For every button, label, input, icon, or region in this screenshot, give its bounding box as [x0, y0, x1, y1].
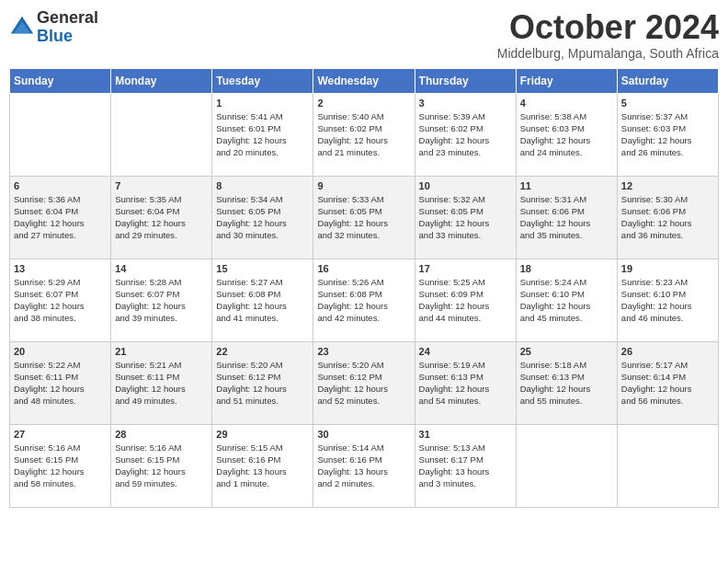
calendar-cell: 13Sunrise: 5:29 AM Sunset: 6:07 PM Dayli…	[10, 259, 111, 341]
day-info: Sunrise: 5:39 AM Sunset: 6:02 PM Dayligh…	[419, 110, 512, 159]
week-row-4: 20Sunrise: 5:22 AM Sunset: 6:11 PM Dayli…	[10, 341, 719, 424]
title-block: October 2024 Middelburg, Mpumalanga, Sou…	[497, 9, 719, 61]
day-number: 28	[115, 429, 208, 440]
day-number: 2	[317, 98, 410, 109]
calendar-cell: 10Sunrise: 5:32 AM Sunset: 6:05 PM Dayli…	[415, 176, 516, 259]
day-info: Sunrise: 5:33 AM Sunset: 6:05 PM Dayligh…	[317, 193, 410, 242]
calendar-cell: 30Sunrise: 5:14 AM Sunset: 6:16 PM Dayli…	[313, 424, 415, 507]
day-info: Sunrise: 5:21 AM Sunset: 6:11 PM Dayligh…	[115, 359, 208, 408]
day-number: 24	[419, 346, 512, 357]
day-info: Sunrise: 5:41 AM Sunset: 6:01 PM Dayligh…	[216, 110, 309, 159]
day-number: 17	[419, 263, 512, 274]
calendar-cell: 27Sunrise: 5:16 AM Sunset: 6:15 PM Dayli…	[10, 424, 111, 507]
week-row-2: 6Sunrise: 5:36 AM Sunset: 6:04 PM Daylig…	[10, 176, 719, 259]
day-header-saturday: Saturday	[617, 68, 718, 93]
calendar-cell	[516, 424, 617, 507]
day-info: Sunrise: 5:17 AM Sunset: 6:14 PM Dayligh…	[621, 359, 714, 408]
day-info: Sunrise: 5:36 AM Sunset: 6:04 PM Dayligh…	[14, 193, 107, 242]
day-info: Sunrise: 5:16 AM Sunset: 6:15 PM Dayligh…	[115, 442, 208, 490]
page-header: General Blue October 2024 Middelburg, Mp…	[9, 9, 719, 61]
day-info: Sunrise: 5:26 AM Sunset: 6:08 PM Dayligh…	[317, 276, 410, 325]
day-number: 4	[520, 98, 613, 109]
day-number: 26	[621, 346, 714, 357]
day-header-sunday: Sunday	[10, 68, 111, 93]
calendar-cell: 26Sunrise: 5:17 AM Sunset: 6:14 PM Dayli…	[617, 341, 718, 424]
calendar-cell: 4Sunrise: 5:38 AM Sunset: 6:03 PM Daylig…	[516, 93, 617, 176]
day-number: 18	[520, 263, 613, 274]
calendar-cell: 5Sunrise: 5:37 AM Sunset: 6:03 PM Daylig…	[617, 93, 718, 176]
day-info: Sunrise: 5:34 AM Sunset: 6:05 PM Dayligh…	[216, 193, 309, 242]
day-info: Sunrise: 5:19 AM Sunset: 6:13 PM Dayligh…	[419, 359, 512, 408]
day-info: Sunrise: 5:14 AM Sunset: 6:16 PM Dayligh…	[317, 442, 410, 490]
logo-general: General	[37, 8, 98, 27]
calendar-cell: 16Sunrise: 5:26 AM Sunset: 6:08 PM Dayli…	[313, 259, 415, 341]
month-title: October 2024	[497, 9, 719, 46]
calendar-cell: 6Sunrise: 5:36 AM Sunset: 6:04 PM Daylig…	[10, 176, 111, 259]
calendar-table: SundayMondayTuesdayWednesdayThursdayFrid…	[9, 68, 719, 508]
day-number: 23	[317, 346, 410, 357]
calendar-cell: 1Sunrise: 5:41 AM Sunset: 6:01 PM Daylig…	[212, 93, 313, 176]
calendar-cell: 24Sunrise: 5:19 AM Sunset: 6:13 PM Dayli…	[415, 341, 516, 424]
calendar-cell	[111, 93, 212, 176]
day-number: 20	[14, 346, 107, 357]
calendar-cell: 12Sunrise: 5:30 AM Sunset: 6:06 PM Dayli…	[617, 176, 718, 259]
day-number: 7	[115, 180, 208, 191]
logo-blue: Blue	[37, 27, 73, 45]
week-row-3: 13Sunrise: 5:29 AM Sunset: 6:07 PM Dayli…	[10, 259, 719, 341]
day-info: Sunrise: 5:40 AM Sunset: 6:02 PM Dayligh…	[317, 110, 410, 159]
day-number: 8	[216, 180, 309, 191]
day-number: 30	[317, 429, 410, 440]
day-number: 3	[419, 98, 512, 109]
day-number: 21	[115, 346, 208, 357]
calendar-cell	[10, 93, 111, 176]
day-header-wednesday: Wednesday	[313, 68, 415, 93]
day-number: 16	[317, 263, 410, 274]
calendar-cell: 8Sunrise: 5:34 AM Sunset: 6:05 PM Daylig…	[212, 176, 313, 259]
day-number: 10	[419, 180, 512, 191]
day-info: Sunrise: 5:32 AM Sunset: 6:05 PM Dayligh…	[419, 193, 512, 242]
day-info: Sunrise: 5:25 AM Sunset: 6:09 PM Dayligh…	[419, 276, 512, 325]
day-number: 5	[621, 98, 714, 109]
day-header-monday: Monday	[111, 68, 212, 93]
day-info: Sunrise: 5:31 AM Sunset: 6:06 PM Dayligh…	[520, 193, 613, 242]
day-info: Sunrise: 5:29 AM Sunset: 6:07 PM Dayligh…	[14, 276, 107, 325]
day-number: 11	[520, 180, 613, 191]
calendar-body: 1Sunrise: 5:41 AM Sunset: 6:01 PM Daylig…	[10, 93, 719, 507]
calendar-cell: 19Sunrise: 5:23 AM Sunset: 6:10 PM Dayli…	[617, 259, 718, 341]
calendar-cell	[617, 424, 718, 507]
calendar-cell: 9Sunrise: 5:33 AM Sunset: 6:05 PM Daylig…	[313, 176, 415, 259]
day-info: Sunrise: 5:15 AM Sunset: 6:16 PM Dayligh…	[216, 442, 309, 490]
day-number: 1	[216, 98, 309, 109]
calendar-cell: 11Sunrise: 5:31 AM Sunset: 6:06 PM Dayli…	[516, 176, 617, 259]
header-row: SundayMondayTuesdayWednesdayThursdayFrid…	[10, 68, 719, 93]
day-info: Sunrise: 5:20 AM Sunset: 6:12 PM Dayligh…	[216, 359, 309, 408]
calendar-cell: 25Sunrise: 5:18 AM Sunset: 6:13 PM Dayli…	[516, 341, 617, 424]
day-number: 25	[520, 346, 613, 357]
day-number: 15	[216, 263, 309, 274]
day-info: Sunrise: 5:27 AM Sunset: 6:08 PM Dayligh…	[216, 276, 309, 325]
day-number: 27	[14, 429, 107, 440]
day-info: Sunrise: 5:20 AM Sunset: 6:12 PM Dayligh…	[317, 359, 410, 408]
day-number: 13	[14, 263, 107, 274]
day-number: 14	[115, 263, 208, 274]
day-number: 12	[621, 180, 714, 191]
week-row-1: 1Sunrise: 5:41 AM Sunset: 6:01 PM Daylig…	[10, 93, 719, 176]
day-number: 6	[14, 180, 107, 191]
day-info: Sunrise: 5:22 AM Sunset: 6:11 PM Dayligh…	[14, 359, 107, 408]
calendar-cell: 14Sunrise: 5:28 AM Sunset: 6:07 PM Dayli…	[111, 259, 212, 341]
day-header-tuesday: Tuesday	[212, 68, 313, 93]
day-info: Sunrise: 5:35 AM Sunset: 6:04 PM Dayligh…	[115, 193, 208, 242]
day-number: 22	[216, 346, 309, 357]
logo: General Blue	[9, 9, 98, 46]
day-number: 9	[317, 180, 410, 191]
day-number: 31	[419, 429, 512, 440]
day-number: 29	[216, 429, 309, 440]
day-info: Sunrise: 5:28 AM Sunset: 6:07 PM Dayligh…	[115, 276, 208, 325]
calendar-cell: 31Sunrise: 5:13 AM Sunset: 6:17 PM Dayli…	[415, 424, 516, 507]
calendar-cell: 7Sunrise: 5:35 AM Sunset: 6:04 PM Daylig…	[111, 176, 212, 259]
calendar-cell: 23Sunrise: 5:20 AM Sunset: 6:12 PM Dayli…	[313, 341, 415, 424]
day-info: Sunrise: 5:23 AM Sunset: 6:10 PM Dayligh…	[621, 276, 714, 325]
calendar-cell: 18Sunrise: 5:24 AM Sunset: 6:10 PM Dayli…	[516, 259, 617, 341]
calendar-cell: 3Sunrise: 5:39 AM Sunset: 6:02 PM Daylig…	[415, 93, 516, 176]
day-info: Sunrise: 5:24 AM Sunset: 6:10 PM Dayligh…	[520, 276, 613, 325]
